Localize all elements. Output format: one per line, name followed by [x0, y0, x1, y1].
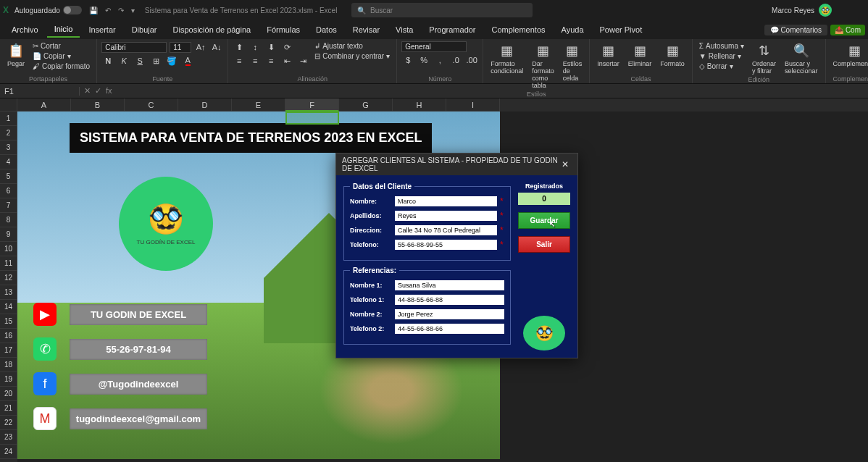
col-header[interactable]: I — [446, 98, 500, 112]
share-button[interactable]: 📤 Com — [830, 25, 865, 35]
tab-home[interactable]: Inicio — [47, 22, 80, 38]
insert-cells-button[interactable]: ▦Insertar — [594, 41, 622, 69]
col-header-selected[interactable]: F — [285, 98, 339, 112]
user-menu[interactable]: Marco Reyes 🥸 — [772, 4, 832, 17]
tab-data[interactable]: Datos — [309, 22, 344, 37]
wrap-button[interactable]: ↲Ajustar texto — [312, 41, 392, 51]
cut-button[interactable]: ✂Cortar — [30, 41, 92, 51]
undo-icon[interactable]: ↶ — [105, 7, 111, 14]
tab-insert[interactable]: Insertar — [81, 22, 122, 37]
align-top-icon[interactable]: ⬆ — [233, 41, 246, 53]
tab-file[interactable]: Archivo — [4, 22, 46, 37]
align-mid-icon[interactable]: ↕ — [249, 41, 262, 53]
row-header[interactable]: 7 — [0, 198, 17, 213]
row-header[interactable]: 2 — [0, 126, 17, 140]
cell-style-button[interactable]: ▦Estilos de celda — [560, 41, 585, 83]
size-select[interactable]: 11 — [170, 42, 191, 53]
format-painter-button[interactable]: 🖌Copiar formato — [30, 62, 92, 71]
tab-layout[interactable]: Disposición de página — [166, 22, 259, 37]
copy-button[interactable]: 📄Copiar ▾ — [30, 51, 92, 61]
row-header[interactable]: 13 — [0, 285, 17, 300]
col-header[interactable]: A — [17, 98, 71, 112]
tab-help[interactable]: Ayuda — [554, 22, 591, 37]
autosum-button[interactable]: Σ Autosuma ▾ — [697, 41, 746, 51]
row-header[interactable]: 24 — [0, 445, 17, 459]
row-header[interactable]: 18 — [0, 358, 17, 372]
underline-icon[interactable]: S — [133, 55, 146, 67]
addins-button[interactable]: ▦Complementos — [830, 41, 868, 69]
row-header[interactable]: 8 — [0, 213, 17, 227]
indent-dec-icon[interactable]: ⇤ — [280, 55, 293, 67]
align-bot-icon[interactable]: ⬇ — [264, 41, 277, 53]
comments-button[interactable]: 💬 Comentarios — [764, 25, 827, 35]
telefono-input[interactable] — [395, 240, 497, 250]
font-color-icon[interactable]: A — [181, 55, 194, 67]
row-header[interactable]: 14 — [0, 300, 17, 314]
ref1-telefono-input[interactable] — [395, 295, 504, 305]
indent-inc-icon[interactable]: ⇥ — [296, 55, 309, 67]
tab-review[interactable]: Revisar — [346, 22, 387, 37]
row-header[interactable]: 11 — [0, 256, 17, 271]
tab-addins[interactable]: Complementos — [485, 22, 553, 37]
col-header[interactable]: G — [339, 98, 393, 112]
border-icon[interactable]: ⊞ — [149, 55, 162, 67]
tab-draw[interactable]: Dibujar — [125, 22, 164, 37]
row-header[interactable]: 3 — [0, 140, 17, 155]
qat-more-icon[interactable]: ▾ — [131, 7, 135, 14]
tab-pivot[interactable]: Power Pivot — [593, 22, 650, 37]
find-button[interactable]: 🔍Buscar y seleccionar — [782, 41, 821, 76]
row-header[interactable]: 21 — [0, 401, 17, 416]
autosave-toggle[interactable]: Autoguardado — [14, 6, 82, 14]
row-header[interactable]: 19 — [0, 372, 17, 387]
align-right-icon[interactable]: ≡ — [264, 55, 277, 67]
row-header[interactable]: 6 — [0, 184, 17, 198]
orient-icon[interactable]: ⟳ — [280, 41, 293, 53]
cancel-fx-icon[interactable]: ✕ — [84, 86, 91, 96]
paste-button[interactable]: 📋Pegar — [4, 41, 28, 69]
comma-icon[interactable]: , — [433, 54, 446, 66]
tab-formulas[interactable]: Fórmulas — [259, 22, 307, 37]
row-header[interactable]: 10 — [0, 242, 17, 256]
sort-button[interactable]: ⇅Ordenar y filtrar — [749, 41, 779, 76]
decrease-font-icon[interactable]: A↓ — [210, 41, 223, 53]
direccion-input[interactable] — [395, 225, 497, 235]
fill-button[interactable]: ▼ Rellenar ▾ — [697, 51, 746, 61]
table-format-button[interactable]: ▦Dar formato como tabla — [529, 41, 557, 91]
row-header[interactable]: 4 — [0, 155, 17, 169]
col-header[interactable]: D — [178, 98, 232, 112]
increase-font-icon[interactable]: A↑ — [194, 41, 207, 53]
align-left-icon[interactable]: ≡ — [233, 55, 246, 67]
row-header[interactable]: 17 — [0, 343, 17, 358]
nombre-input[interactable] — [395, 196, 497, 206]
row-header[interactable]: 23 — [0, 430, 17, 445]
col-header[interactable]: B — [71, 98, 125, 112]
close-icon[interactable]: ✕ — [559, 159, 572, 169]
row-header[interactable]: 12 — [0, 271, 17, 285]
ref2-telefono-input[interactable] — [395, 324, 504, 334]
col-header[interactable]: C — [125, 98, 178, 112]
switch-icon[interactable] — [63, 6, 82, 14]
col-header[interactable]: H — [393, 98, 446, 112]
tab-dev[interactable]: Programador — [422, 22, 483, 37]
fill-color-icon[interactable]: 🪣 — [165, 55, 178, 67]
delete-cells-button[interactable]: ▦Eliminar — [625, 41, 655, 69]
apellidos-input[interactable] — [395, 211, 497, 221]
number-format-select[interactable]: General — [401, 41, 467, 52]
font-select[interactable]: Calibri — [101, 42, 167, 53]
enter-fx-icon[interactable]: ✓ — [95, 86, 101, 96]
fx-icon[interactable]: fx — [106, 86, 112, 96]
select-all-corner[interactable] — [0, 98, 17, 112]
dec-inc-icon[interactable]: .0 — [449, 54, 462, 66]
cond-format-button[interactable]: ▦Formato condicional — [488, 41, 526, 76]
salir-button[interactable]: Salir — [518, 236, 570, 253]
row-header[interactable]: 1 — [0, 112, 17, 126]
ref1-nombre-input[interactable] — [395, 280, 504, 290]
bold-icon[interactable]: N — [101, 55, 114, 67]
row-header[interactable]: 20 — [0, 387, 17, 401]
format-cells-button[interactable]: ▦Formato — [657, 41, 688, 69]
name-box[interactable]: F1 — [0, 87, 80, 96]
save-icon[interactable]: 💾 — [89, 7, 98, 14]
row-header[interactable]: 5 — [0, 169, 17, 184]
dec-dec-icon[interactable]: .00 — [465, 54, 478, 66]
italic-icon[interactable]: K — [117, 55, 130, 67]
